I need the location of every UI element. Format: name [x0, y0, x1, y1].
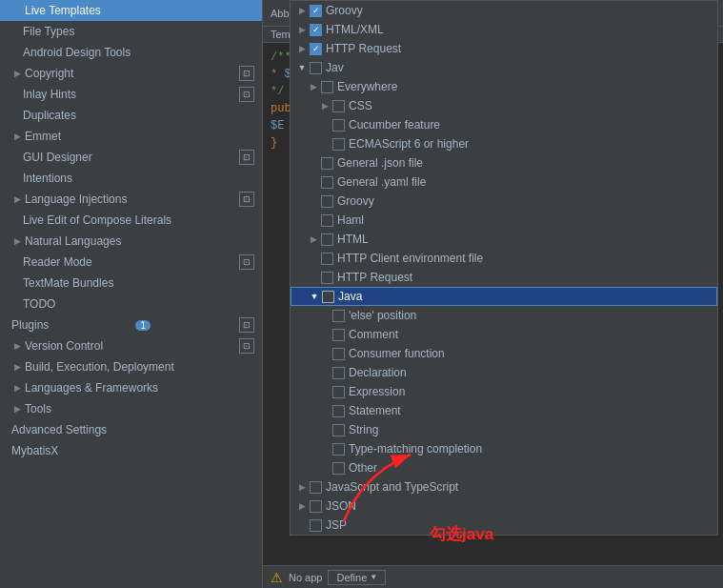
bottom-bar: ⚠ No app Define ▼: [263, 565, 723, 588]
sidebar-item-textmate-bundles[interactable]: TextMate Bundles: [0, 273, 262, 294]
sidebar-item-languages-frameworks[interactable]: ▶ Languages & Frameworks: [0, 377, 262, 398]
settings-icon: ⊡: [239, 338, 254, 354]
arrow-right-icon: ▶: [11, 68, 23, 79]
sidebar-item-plugins[interactable]: Plugins 1 ⊡: [0, 314, 262, 335]
sidebar-label: Reader Mode: [23, 255, 92, 269]
sidebar-label: Copyright: [25, 67, 73, 80]
define-label: Define: [336, 572, 367, 583]
dropdown-arrow-icon: ▼: [370, 573, 377, 581]
main-content: Abbreviation Description: Template t /**…: [263, 0, 723, 588]
sidebar-item-version-control[interactable]: ▶ Version Control ⊡: [0, 335, 262, 356]
sidebar-item-advanced-settings[interactable]: Advanced Settings: [0, 419, 262, 440]
sidebar-item-copyright[interactable]: ▶ Copyright ⊡: [0, 63, 262, 84]
code-line-3: */: [271, 83, 715, 100]
sidebar-label: Build, Execution, Deployment: [25, 360, 174, 374]
sidebar-item-emmet[interactable]: ▶ Emmet: [0, 126, 262, 147]
sidebar-label: TODO: [23, 297, 55, 311]
sidebar-label: MybatisX: [11, 444, 58, 457]
sidebar-label: File Types: [23, 25, 74, 38]
arrow-right-icon: ▶: [11, 340, 23, 352]
sidebar-item-mybatisx[interactable]: MybatisX: [0, 440, 262, 461]
settings-sidebar: Live Templates File Types Android Design…: [0, 0, 263, 588]
arrow-right-icon: ▶: [11, 361, 23, 373]
sidebar-item-file-types[interactable]: File Types: [0, 21, 262, 42]
code-line-2: * $DE: [271, 66, 715, 83]
sidebar-item-build-execution[interactable]: ▶ Build, Execution, Deployment: [0, 356, 262, 377]
arrow-right-icon: ▶: [11, 403, 23, 415]
settings-icon: ⊡: [239, 150, 254, 165]
sidebar-label: Inlay Hints: [23, 88, 76, 101]
sidebar-item-live-edit[interactable]: Live Edit of Compose Literals: [0, 210, 262, 231]
no-applicable-label: No app: [289, 572, 322, 583]
code-editor[interactable]: /** * $DE */ publi $E }: [263, 43, 723, 565]
code-line-1: /**: [271, 49, 715, 66]
sidebar-label: Plugins: [11, 318, 49, 332]
sidebar-item-intentions[interactable]: Intentions: [0, 168, 262, 189]
settings-icon: ⊡: [239, 66, 254, 81]
arrow-right-icon: ▶: [11, 131, 23, 142]
sidebar-item-language-injections[interactable]: ▶ Language Injections ⊡: [0, 189, 262, 210]
settings-icon: ⊡: [239, 317, 254, 333]
sidebar-label: GUI Designer: [23, 151, 92, 164]
description-input[interactable]: [639, 6, 715, 21]
sidebar-label: Language Injections: [25, 193, 127, 206]
description-section: Description:: [580, 6, 715, 21]
description-label: Description:: [580, 8, 635, 19]
sidebar-item-tools[interactable]: ▶ Tools: [0, 398, 262, 419]
arrow-right-icon: ▶: [11, 235, 23, 247]
template-text-label: Template t: [263, 27, 723, 43]
settings-icon: ⊡: [239, 192, 254, 207]
sidebar-item-reader-mode[interactable]: Reader Mode ⊡: [0, 252, 262, 273]
sidebar-item-duplicates[interactable]: Duplicates: [0, 105, 262, 126]
sidebar-item-gui-designer[interactable]: GUI Designer ⊡: [0, 147, 262, 168]
warning-icon: ⚠: [271, 570, 283, 585]
settings-icon: ⊡: [239, 254, 254, 270]
abbreviation-label: Abbreviation: [271, 8, 329, 19]
sidebar-label: Android Design Tools: [23, 46, 131, 59]
sidebar-label: Languages & Frameworks: [25, 381, 158, 395]
settings-icon: ⊡: [239, 87, 254, 102]
sidebar-label: TextMate Bundles: [23, 276, 113, 290]
sidebar-label: Emmet: [25, 130, 61, 143]
sidebar-label: Intentions: [23, 172, 72, 185]
sidebar-item-live-templates[interactable]: Live Templates: [0, 0, 262, 21]
sidebar-item-todo[interactable]: TODO: [0, 294, 262, 314]
code-line-4: publi: [271, 100, 715, 117]
sidebar-label: Duplicates: [23, 109, 76, 122]
sidebar-label: Live Templates: [25, 4, 101, 17]
arrow-icon: [11, 5, 23, 16]
define-button[interactable]: Define ▼: [328, 570, 386, 585]
sidebar-label: Natural Languages: [25, 234, 121, 248]
sidebar-label: Advanced Settings: [11, 423, 107, 436]
sidebar-label: Tools: [25, 402, 51, 416]
sidebar-item-inlay-hints[interactable]: Inlay Hints ⊡: [0, 84, 262, 105]
code-line-5: $E: [271, 117, 715, 134]
plugins-badge: 1: [135, 320, 151, 331]
arrow-right-icon: ▶: [11, 193, 23, 205]
sidebar-item-natural-languages[interactable]: ▶ Natural Languages: [0, 231, 262, 252]
sidebar-label: Version Control: [25, 339, 103, 353]
sidebar-label: Live Edit of Compose Literals: [23, 213, 171, 227]
code-line-6: }: [271, 134, 715, 152]
top-bar: Abbreviation Description:: [263, 0, 723, 27]
sidebar-item-android-design-tools[interactable]: Android Design Tools: [0, 42, 262, 63]
arrow-right-icon: ▶: [11, 382, 23, 394]
